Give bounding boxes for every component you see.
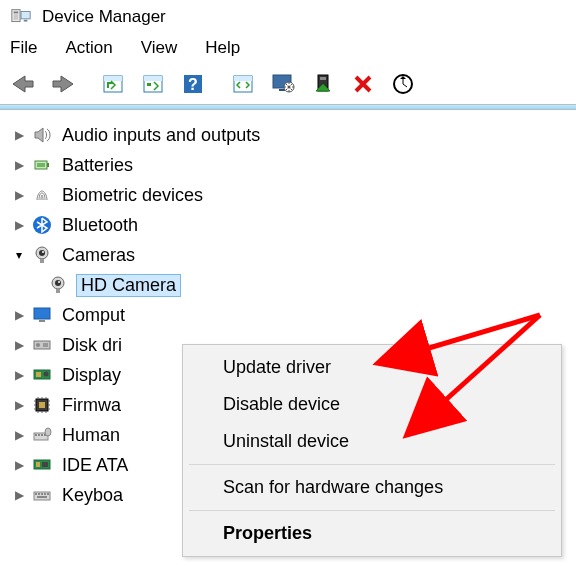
expand-icon[interactable]: ▶ (8, 188, 30, 202)
show-hidden-button[interactable] (96, 68, 130, 100)
svg-point-40 (44, 372, 49, 377)
svg-text:?: ? (188, 76, 198, 93)
ide-icon (30, 454, 54, 476)
svg-point-27 (42, 251, 44, 253)
expand-icon[interactable]: ▶ (8, 458, 30, 472)
camera-icon (46, 274, 70, 296)
bluetooth-icon (30, 214, 54, 236)
context-menu: Update driver Disable device Uninstall d… (182, 344, 562, 557)
context-menu-separator (189, 510, 555, 511)
svg-point-30 (55, 280, 61, 286)
svg-rect-37 (43, 343, 48, 347)
context-menu-uninstall-device[interactable]: Uninstall device (183, 423, 561, 460)
svg-point-17 (288, 86, 291, 89)
tree-node-cameras[interactable]: ▾ Cameras (8, 240, 576, 270)
svg-rect-32 (56, 289, 60, 293)
chip-icon (30, 394, 54, 416)
svg-rect-57 (47, 493, 49, 495)
tree-node-label: Display (60, 365, 123, 386)
expand-icon[interactable]: ▶ (8, 428, 30, 442)
expand-icon[interactable]: ▶ (8, 368, 30, 382)
svg-point-48 (45, 428, 51, 436)
context-menu-separator (189, 464, 555, 465)
tree-node-label: Cameras (60, 245, 137, 266)
tree-node-label: Audio inputs and outputs (60, 125, 262, 146)
svg-point-36 (36, 343, 40, 347)
delete-button[interactable] (346, 68, 380, 100)
svg-rect-9 (147, 83, 151, 86)
svg-rect-54 (38, 493, 40, 495)
svg-point-26 (39, 250, 45, 256)
svg-rect-3 (21, 12, 30, 19)
expand-icon[interactable]: ▶ (8, 338, 30, 352)
svg-rect-2 (14, 14, 19, 20)
expand-icon[interactable]: ▶ (8, 128, 30, 142)
menu-action[interactable]: Action (65, 38, 112, 58)
tree-node-label: IDE ATA (60, 455, 130, 476)
context-menu-update-driver[interactable]: Update driver (183, 349, 561, 386)
collapse-icon[interactable]: ▾ (8, 248, 30, 262)
tree-node-hd-camera[interactable]: HD Camera (8, 270, 576, 300)
svg-rect-22 (47, 163, 49, 167)
svg-rect-1 (14, 12, 19, 14)
tree-node-label: Biometric devices (60, 185, 205, 206)
toolbar-divider (0, 104, 576, 110)
titlebar: Device Manager (0, 0, 576, 36)
svg-rect-44 (35, 434, 37, 436)
menubar: File Action View Help (0, 36, 576, 64)
svg-rect-53 (35, 493, 37, 495)
monitor-settings-button[interactable] (266, 68, 300, 100)
svg-rect-42 (39, 402, 45, 408)
tree-node-label: Comput (60, 305, 127, 326)
svg-rect-55 (41, 493, 43, 495)
toolbar: ? (0, 64, 576, 104)
expand-icon[interactable]: ▶ (8, 398, 30, 412)
svg-rect-34 (39, 320, 45, 322)
svg-rect-56 (44, 493, 46, 495)
tree-node-batteries[interactable]: ▶ Batteries (8, 150, 576, 180)
svg-rect-13 (234, 76, 252, 81)
svg-rect-45 (38, 434, 40, 436)
back-button[interactable] (6, 68, 40, 100)
tree-node-biometric[interactable]: ▶ Biometric devices (8, 180, 576, 210)
tree-node-bluetooth[interactable]: ▶ Bluetooth (8, 210, 576, 240)
forward-button[interactable] (46, 68, 80, 100)
refresh-button[interactable] (386, 68, 420, 100)
gpu-icon (30, 364, 54, 386)
menu-view[interactable]: View (141, 38, 178, 58)
svg-rect-4 (24, 20, 28, 22)
battery-icon (30, 154, 54, 176)
svg-rect-6 (104, 76, 122, 81)
properties-button[interactable] (136, 68, 170, 100)
menu-file[interactable]: File (10, 38, 37, 58)
help-button[interactable]: ? (176, 68, 210, 100)
svg-rect-8 (144, 76, 162, 81)
monitor-icon (30, 304, 54, 326)
svg-point-31 (58, 281, 60, 283)
tree-node-label: HD Camera (76, 274, 181, 297)
expand-icon[interactable]: ▶ (8, 488, 30, 502)
expand-icon[interactable]: ▶ (8, 218, 30, 232)
tree-node-computer[interactable]: ▶ Comput (8, 300, 576, 330)
tree-node-label: Firmwa (60, 395, 123, 416)
tree-node-audio[interactable]: ▶ Audio inputs and outputs (8, 120, 576, 150)
tree-node-label: Keyboa (60, 485, 125, 506)
tree-node-label: Bluetooth (60, 215, 140, 236)
menu-help[interactable]: Help (205, 38, 240, 58)
expand-icon[interactable]: ▶ (8, 158, 30, 172)
camera-icon (30, 244, 54, 266)
svg-rect-23 (37, 163, 45, 167)
speaker-icon (30, 124, 54, 146)
svg-rect-28 (40, 259, 44, 263)
tree-node-label: Human (60, 425, 122, 446)
svg-rect-19 (320, 77, 326, 80)
context-menu-disable-device[interactable]: Disable device (183, 386, 561, 423)
context-menu-properties[interactable]: Properties (183, 515, 561, 552)
svg-rect-46 (41, 434, 43, 436)
keyboard-icon (30, 484, 54, 506)
context-menu-scan-hardware[interactable]: Scan for hardware changes (183, 469, 561, 506)
update-driver-button[interactable] (306, 68, 340, 100)
expand-icon[interactable]: ▶ (8, 308, 30, 322)
svg-rect-58 (37, 496, 47, 498)
scan-button[interactable] (226, 68, 260, 100)
